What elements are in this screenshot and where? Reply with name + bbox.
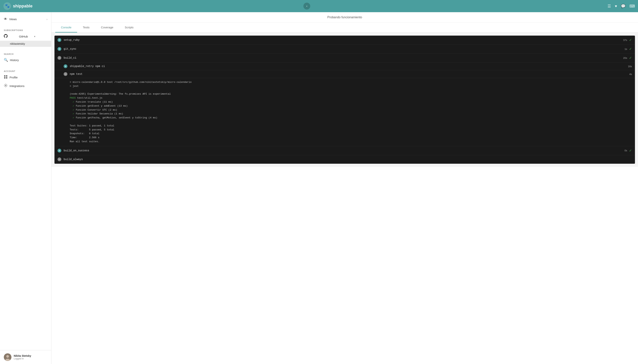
list-icon[interactable]: ☰ [607, 4, 611, 8]
sidebar-item-profile[interactable]: Profile [0, 73, 51, 82]
search-title: SEARCH [0, 52, 51, 56]
cmd-build-on-success: build_on_success [64, 149, 624, 152]
tabs-bar: Console Tests Coverage Scripts [52, 23, 638, 32]
history-label: History [10, 58, 19, 62]
heart-icon[interactable]: ♥ [615, 4, 617, 8]
subscriptions-title: SUBSCRIPTIONS [0, 28, 51, 32]
console-row-setup-ruby[interactable]: + setup_ruby 37s ✓ [55, 36, 635, 44]
search-section: SEARCH 🔍 History [0, 48, 51, 66]
sidebar-item-nikitastetskiy[interactable]: nikitastetskiy [0, 41, 51, 47]
caret-down-icon: ▾ [34, 35, 48, 38]
user-info: Nikita Stetsky Logged in [14, 354, 31, 360]
duration-build-on-success: 0s [624, 149, 627, 152]
cmd-shippable-retry: shippable_retry npm ci [70, 65, 628, 68]
sidebar-item-integrations[interactable]: Integrations [0, 82, 51, 90]
svg-rect-5 [6, 77, 8, 79]
console-output-npm-test: > micro-calendario@1.0.0 test /root/src/… [55, 78, 635, 146]
svg-point-8 [6, 355, 9, 358]
console-row-shippable-retry[interactable]: + shippable_retry npm ci 16s [55, 62, 635, 70]
console-row-build-on-success[interactable]: + build_on_success 0s ✓ [55, 146, 635, 155]
user-footer: Nikita Stetsky Logged in [0, 350, 51, 364]
sidebar-toggle-button[interactable]: ‹ [303, 3, 310, 10]
console-row-build-ci[interactable]: − build_ci 20s ✓ [55, 54, 635, 62]
cmd-build-always: build_always [64, 158, 630, 161]
duration-npm-test: 4s [629, 73, 632, 76]
chevron-right-icon: › [47, 18, 48, 21]
cmd-build-ci: build_ci [64, 56, 623, 60]
collapse-button-build-always[interactable]: − [58, 158, 61, 161]
logo-text: shippable [13, 4, 33, 8]
expand-button-setup-ruby[interactable]: + [58, 38, 61, 42]
cmd-git-sync: git_sync [64, 48, 624, 50]
console-area: + setup_ruby 37s ✓ + git_sync 1s ✓ − bui… [52, 32, 638, 167]
duration-build-ci: 20s [623, 56, 627, 60]
tab-tests[interactable]: Tests [77, 23, 95, 32]
cmd-npm-test: npm test [70, 72, 629, 76]
chevron-left-icon: ‹ [306, 4, 307, 8]
expand-button-build-on-success[interactable]: + [58, 149, 61, 152]
status-build-on-success: ✓ [629, 148, 632, 153]
sidebar-item-history[interactable]: 🔍 History [0, 56, 51, 64]
tab-coverage[interactable]: Coverage [95, 23, 119, 32]
sidebar-views-section: 👁 Views › [0, 12, 51, 24]
tests-tab-label: Tests [83, 26, 90, 29]
duration-git-sync: 1s [624, 48, 627, 50]
github-icon [4, 34, 17, 39]
shippable-logo-icon: 🐾 [3, 2, 12, 10]
svg-text:🐾: 🐾 [5, 4, 10, 8]
scripts-tab-label: Scripts [125, 26, 134, 29]
expand-button-shippable-retry[interactable]: + [64, 64, 68, 68]
coverage-tab-label: Coverage [101, 26, 113, 29]
status-build-ci: ✓ [629, 56, 632, 60]
console-output-text: > micro-calendario@1.0.0 test /root/src/… [70, 80, 632, 144]
console-box: + setup_ruby 37s ✓ + git_sync 1s ✓ − bui… [55, 36, 635, 164]
user-name: Nikita Stetsky [14, 354, 31, 357]
main-content: Probando funcionamiento Console Tests Co… [52, 12, 638, 364]
logo: 🐾 shippable [3, 2, 300, 10]
sidebar: 👁 Views › SUBSCRIPTIONS GitHub ▾ nikitas… [0, 12, 52, 364]
binoculars-icon: 👁 [4, 17, 7, 21]
duration-shippable-retry: 16s [628, 65, 632, 68]
profile-icon [4, 75, 8, 80]
subscriptions-section: SUBSCRIPTIONS GitHub ▾ nikitastetskiy [0, 24, 51, 48]
console-tab-label: Console [61, 26, 72, 29]
expand-button-git-sync[interactable]: + [58, 47, 61, 51]
console-row-git-sync[interactable]: + git_sync 1s ✓ [55, 44, 635, 54]
account-section: ACCOUNT Profile Integrations [0, 66, 51, 92]
svg-rect-3 [6, 76, 8, 77]
collapse-button-build-ci[interactable]: − [58, 56, 61, 60]
search-icon: 🔍 [4, 58, 8, 62]
navbar-actions: ☰ ♥ 💬 ⌨ [607, 4, 635, 8]
integrations-label: Integrations [10, 84, 24, 88]
integrations-icon [4, 84, 8, 88]
profile-label: Profile [10, 76, 18, 79]
status-setup-ruby: ✓ [629, 38, 632, 42]
user-status: Logged in [14, 357, 31, 360]
tab-console[interactable]: Console [55, 23, 77, 32]
status-git-sync: ✓ [629, 47, 632, 51]
chat-icon[interactable]: 💬 [621, 4, 626, 8]
svg-rect-2 [4, 76, 6, 77]
console-row-build-always[interactable]: − build_always [55, 155, 635, 164]
console-row-npm-test[interactable]: − npm test 4s [55, 70, 635, 78]
navbar: 🐾 shippable ‹ ☰ ♥ 💬 ⌨ [0, 0, 638, 12]
tab-scripts[interactable]: Scripts [119, 23, 139, 32]
duration-setup-ruby: 37s [623, 39, 627, 42]
collapse-button-npm-test[interactable]: − [64, 72, 68, 76]
avatar [4, 353, 12, 361]
sidebar-item-github[interactable]: GitHub ▾ [0, 32, 51, 41]
cmd-setup-ruby: setup_ruby [64, 38, 623, 42]
sidebar-item-views[interactable]: 👁 Views › [0, 15, 51, 23]
nikitastetskiy-label: nikitastetskiy [10, 42, 25, 45]
views-label: Views [9, 18, 47, 21]
keyboard-icon[interactable]: ⌨ [629, 4, 635, 8]
github-label: GitHub [19, 35, 32, 38]
page-title: Probando funcionamiento [52, 12, 638, 23]
svg-rect-4 [4, 77, 6, 79]
account-title: ACCOUNT [0, 68, 51, 73]
svg-point-6 [5, 85, 6, 86]
